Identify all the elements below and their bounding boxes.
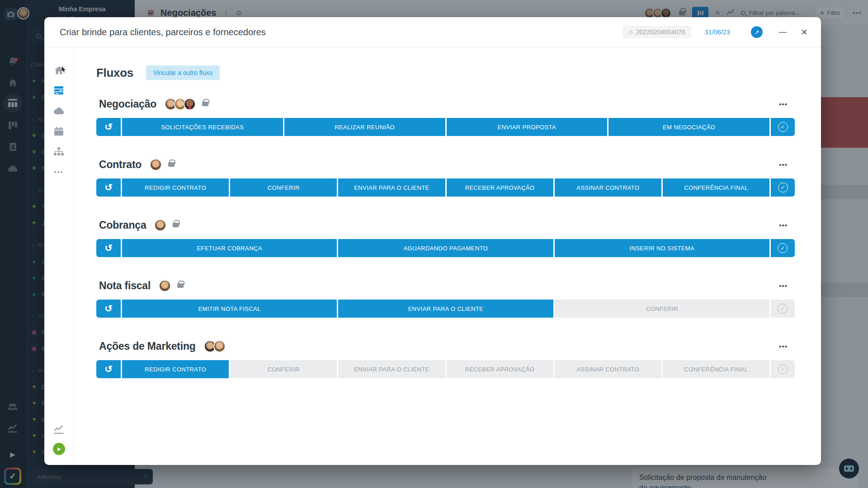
cloud-tab-icon[interactable]	[44, 101, 73, 121]
modal-content: Fluxos Vincular a outro fluxo Negociação…	[74, 47, 821, 465]
complete-check-button[interactable]: ✓	[771, 300, 795, 318]
avatar	[150, 159, 162, 171]
flow-menu-icon[interactable]: •••	[779, 343, 792, 350]
history-button[interactable]: ↺	[96, 300, 121, 318]
stage-button[interactable]: AGUARDANDO PAGAMENTO	[338, 239, 553, 257]
automation-play-button[interactable]: ▶	[53, 443, 65, 455]
avatar	[154, 219, 166, 231]
check-icon: ✓	[778, 183, 788, 192]
report-icon[interactable]	[54, 425, 64, 436]
stage-button[interactable]: REALIZAR REUNIÃO	[284, 118, 445, 136]
stage-button[interactable]: ENVIAR PARA O CLIENTE	[338, 360, 445, 378]
stage-button[interactable]: CONFERÊNCIA FINAL	[663, 360, 769, 378]
modal-header: Criar brinde para clientes, parceiros e …	[44, 17, 821, 47]
check-icon: ✓	[778, 122, 788, 132]
flow-section: Ações de Marketing•••↺REDIGIR CONTRATOCO…	[96, 338, 795, 378]
flow-menu-icon[interactable]: •••	[779, 221, 792, 229]
due-date[interactable]: 31/06/23	[705, 28, 730, 36]
flow-header: Negociação•••	[99, 96, 792, 112]
avatar	[213, 340, 226, 352]
flow-avatars[interactable]	[204, 340, 226, 352]
flow-section: Negociação•••↺SOLICITAÇÕES RECEBIDASREAL…	[96, 96, 795, 136]
stage-button[interactable]: CONFERIR	[230, 360, 337, 378]
complete-check-button[interactable]: ✓	[771, 360, 795, 378]
flow-name: Ações de Marketing	[99, 340, 196, 352]
complete-check-button[interactable]: ✓	[771, 178, 795, 197]
flow-header: Nota fiscal•••	[99, 278, 792, 293]
stage-button[interactable]: CONFERIR	[555, 300, 769, 318]
flow-name: Nota fiscal	[99, 280, 151, 292]
stage-button[interactable]: ASSINAR CONTRATO	[555, 360, 661, 378]
flow-header: Cobrança•••	[99, 217, 792, 233]
stage-button[interactable]: SOLICITAÇÕES RECEBIDAS	[122, 118, 283, 136]
stage-button[interactable]: REDIGIR CONTRATO	[122, 360, 229, 378]
flow-avatars[interactable]	[159, 280, 171, 292]
check-icon: ✓	[778, 304, 788, 314]
history-button[interactable]: ↺	[96, 239, 121, 257]
flow-avatars[interactable]	[165, 98, 196, 110]
modal-nav-rail: ••• ▶	[44, 47, 74, 465]
stage-button[interactable]: CONFERIR	[230, 178, 337, 197]
flow-header: Contrato•••	[99, 157, 792, 172]
flow-section: Cobrança•••↺EFETUAR COBRANÇAAGUARDANDO P…	[96, 217, 795, 257]
stage-button[interactable]: REDIGIR CONTRATO	[122, 178, 229, 197]
stage-button[interactable]: INSERIR NO SISTEMA	[555, 239, 769, 257]
flow-section: Nota fiscal•••↺EMITIR NOTA FISCALENVIAR …	[96, 278, 795, 318]
card-modal: Criar brinde para clientes, parceiros e …	[44, 17, 821, 465]
flow-stage-bar: ↺EMITIR NOTA FISCALENVIAR PARA O CLIENTE…	[96, 300, 795, 318]
arrow-up-right-icon: ↗	[755, 29, 760, 36]
stage-button[interactable]: RECEBER APROVAÇÃO	[447, 178, 553, 197]
more-tabs-icon[interactable]: •••	[44, 162, 73, 182]
stage-button[interactable]: ENVIAR PROPOSTA	[447, 118, 608, 136]
complete-check-button[interactable]: ✓	[771, 239, 795, 257]
flow-section: Contrato•••↺REDIGIR CONTRATOCONFERIRENVI…	[96, 157, 795, 197]
stage-button[interactable]: ASSINAR CONTRATO	[555, 178, 661, 197]
flow-avatars[interactable]	[154, 219, 166, 231]
lock-icon	[173, 223, 179, 227]
stage-button[interactable]: RECEBER APROVAÇÃO	[447, 360, 553, 378]
flow-menu-icon[interactable]: •••	[779, 161, 792, 169]
modal-title: Criar brinde para clientes, parceiros e …	[60, 27, 266, 38]
tag-icon: ◇	[628, 29, 632, 35]
history-button[interactable]: ↺	[96, 178, 121, 197]
flow-stage-bar: ↺REDIGIR CONTRATOCONFERIRENVIAR PARA O C…	[96, 178, 795, 197]
stage-button[interactable]: EFETUAR COBRANÇA	[122, 239, 337, 257]
check-icon: ✓	[778, 243, 788, 253]
flow-stage-bar: ↺SOLICITAÇÕES RECEBIDASREALIZAR REUNIÃOE…	[96, 118, 795, 136]
flow-name: Contrato	[99, 159, 142, 171]
record-code-pill[interactable]: ◇ 20220204004076	[623, 26, 691, 38]
flow-stage-bar: ↺EFETUAR COBRANÇAAGUARDANDO PAGAMENTOINS…	[96, 239, 795, 257]
flow-menu-icon[interactable]: •••	[779, 282, 792, 290]
share-button[interactable]: ↗	[751, 26, 763, 38]
check-icon: ✓	[778, 364, 788, 374]
flow-menu-icon[interactable]: •••	[779, 100, 792, 108]
history-button[interactable]: ↺	[96, 360, 121, 378]
stage-button[interactable]: EMITIR NOTA FISCAL	[122, 300, 337, 318]
lock-icon	[202, 102, 208, 106]
avatar	[159, 280, 171, 292]
avatar	[184, 98, 196, 110]
link-flow-button[interactable]: Vincular a outro fluxo	[146, 66, 220, 80]
flow-avatars[interactable]	[150, 159, 162, 171]
mouse-cursor	[61, 66, 67, 73]
fluxos-heading: Fluxos	[96, 66, 133, 80]
stage-button[interactable]: ENVIAR PARA O CLIENTE	[338, 178, 445, 197]
history-button[interactable]: ↺	[96, 118, 121, 136]
hierarchy-tab-icon[interactable]	[44, 141, 73, 162]
flow-name: Cobrança	[99, 219, 146, 231]
home-tab-icon[interactable]	[44, 60, 73, 80]
flow-header: Ações de Marketing•••	[99, 338, 792, 354]
minimize-button[interactable]: —	[779, 28, 787, 37]
lock-icon	[177, 283, 184, 288]
stage-button[interactable]: CONFERÊNCIA FINAL	[663, 178, 769, 197]
stage-button[interactable]: EM NEGOCIAÇÃO	[609, 118, 769, 136]
flows-list: Negociação•••↺SOLICITAÇÕES RECEBIDASREAL…	[96, 96, 795, 378]
flow-stage-bar: ↺REDIGIR CONTRATOCONFERIRENVIAR PARA O C…	[96, 360, 795, 378]
calendar-tab-icon[interactable]	[44, 121, 73, 141]
close-button[interactable]: ×	[801, 27, 807, 38]
complete-check-button[interactable]: ✓	[771, 118, 795, 136]
flows-tab-icon[interactable]	[44, 80, 73, 101]
stage-button[interactable]: ENVIAR PARA O CLIENTE	[338, 300, 553, 318]
record-code: 20220204004076	[636, 28, 685, 36]
lock-icon	[168, 162, 175, 167]
